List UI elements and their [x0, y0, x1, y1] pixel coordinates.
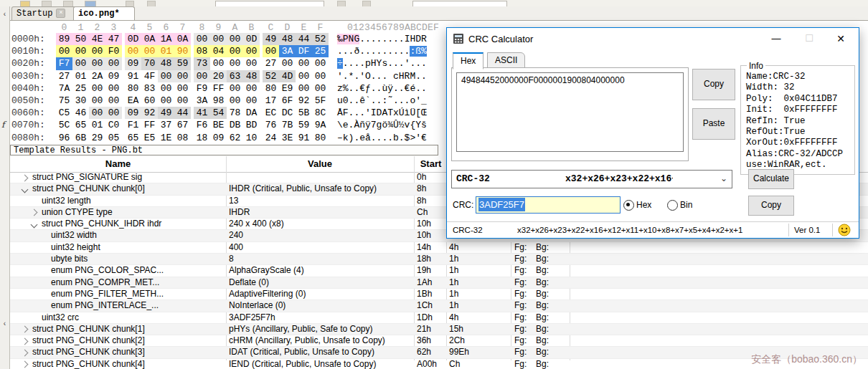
column-header-start[interactable]: Start — [414, 158, 448, 169]
hex-byte[interactable]: 7B — [279, 119, 296, 131]
column-header-name[interactable]: Name — [10, 158, 226, 169]
hex-byte[interactable]: 83 — [141, 82, 158, 95]
hex-byte[interactable]: 80 — [312, 132, 329, 144]
hex-byte[interactable]: 00 — [194, 70, 210, 82]
hex-byte[interactable]: DC — [279, 107, 296, 119]
hex-byte[interactable]: 63 — [227, 70, 243, 82]
hex-byte[interactable]: 00 — [279, 57, 296, 70]
hex-byte[interactable]: 27 — [56, 70, 72, 82]
hex-byte[interactable]: 0D — [125, 33, 141, 45]
hex-byte[interactable]: 7A — [56, 82, 72, 95]
hex-byte[interactable]: 67 — [174, 119, 191, 131]
hex-byte[interactable]: 00 — [227, 95, 243, 107]
hex-byte[interactable]: 92 — [296, 95, 312, 107]
template-row[interactable]: uint32 crc3ADF25F7h1Dh4hFg:Bg: — [10, 312, 868, 324]
hex-byte[interactable]: 00 — [227, 82, 243, 95]
hex-byte[interactable]: 00 — [105, 107, 122, 119]
template-row[interactable]: uint32 height40014h4hFg:Bg: — [10, 242, 868, 254]
template-row[interactable]: enum PNG_COMPR_MET...Deflate (0)1Ah1hFg:… — [10, 277, 868, 289]
hex-byte[interactable]: E5 — [141, 132, 158, 144]
hex-byte[interactable]: FF — [210, 82, 227, 95]
hex-byte[interactable]: 20 — [210, 70, 227, 82]
hex-byte[interactable]: 30 — [72, 95, 89, 107]
hex-byte[interactable]: 78 — [227, 107, 243, 119]
hex-chars[interactable]: ÷....pHYs...'... — [337, 57, 427, 70]
hex-byte[interactable]: 59 — [296, 119, 312, 131]
hex-byte[interactable]: 01 — [158, 45, 174, 57]
hex-byte[interactable]: 89 — [56, 33, 72, 45]
template-row[interactable]: enum PNG_INTERLACE_...NoInterlace (0)1Ch… — [10, 300, 868, 312]
hex-byte[interactable]: 00 — [243, 82, 260, 95]
hex-byte[interactable]: 00 — [105, 82, 122, 95]
template-row[interactable]: enum PNG_COLOR_SPAC...AlphaGrayScale (4)… — [10, 265, 868, 277]
expand-arrow-icon[interactable] — [22, 361, 29, 368]
hex-byte[interactable]: 18 — [194, 132, 210, 144]
calculate-button[interactable]: Calculate — [748, 169, 794, 189]
hex-byte[interactable]: 0A — [141, 33, 158, 45]
hex-byte[interactable]: 00 — [296, 57, 312, 70]
close-tab-icon[interactable]: × — [56, 9, 65, 18]
template-row[interactable]: enum PNG_FILTER_METH...AdaptiveFiltering… — [10, 289, 868, 300]
close-button[interactable]: ✕ — [829, 28, 853, 49]
hex-byte[interactable]: 00 — [296, 70, 312, 82]
hex-byte[interactable]: 73 — [194, 57, 210, 70]
hex-byte[interactable]: 4E — [89, 33, 105, 45]
collapse-panel-arrow-icon[interactable]: ‹ — [1, 9, 9, 19]
expand-arrow-icon[interactable] — [22, 337, 29, 345]
hex-byte[interactable]: 25 — [72, 82, 89, 95]
hex-byte[interactable]: 5F — [312, 95, 329, 107]
hex-byte[interactable]: 76 — [263, 119, 279, 131]
hex-byte[interactable]: 00 — [158, 95, 174, 107]
hex-byte[interactable]: 6B — [72, 132, 89, 144]
hex-byte[interactable]: DF — [296, 45, 312, 57]
hex-byte[interactable]: 00 — [174, 82, 191, 95]
hex-byte[interactable]: 80 — [125, 82, 141, 95]
hex-byte[interactable]: DB — [227, 119, 243, 131]
hex-byte[interactable]: 50 — [72, 33, 89, 45]
hex-byte[interactable]: 00 — [243, 57, 260, 70]
hex-byte[interactable]: 00 — [227, 57, 243, 70]
hex-byte[interactable]: 00 — [125, 45, 141, 57]
hex-byte[interactable]: 00 — [141, 45, 158, 57]
hex-byte[interactable]: 80 — [263, 82, 279, 95]
hex-byte[interactable]: 4F — [141, 70, 158, 82]
hex-byte[interactable]: 37 — [158, 119, 174, 131]
hex-byte[interactable]: 25 — [312, 45, 329, 57]
hex-byte[interactable]: 9A — [312, 119, 329, 131]
hex-byte[interactable]: 00 — [72, 45, 89, 57]
hex-byte[interactable]: 3A — [194, 95, 210, 107]
chevron-down-icon[interactable]: ⌄ — [720, 173, 727, 183]
hex-byte[interactable]: 8C — [312, 107, 329, 119]
hex-byte[interactable]: C0 — [105, 119, 122, 131]
copy-input-button[interactable]: Copy — [692, 69, 735, 100]
hex-chars[interactable]: ...ð.........:ß% — [337, 45, 427, 57]
hex-byte[interactable]: 01 — [72, 70, 89, 82]
tab-startup[interactable]: Startup× — [11, 6, 79, 20]
hex-byte[interactable]: DA — [243, 107, 260, 119]
hex-byte[interactable]: 10 — [243, 132, 260, 144]
hex-byte[interactable]: 70 — [141, 57, 158, 70]
hex-byte[interactable]: 92 — [141, 107, 158, 119]
hex-byte[interactable]: 00 — [210, 33, 227, 45]
hex-byte[interactable]: 47 — [105, 33, 122, 45]
crc-type-combobox[interactable]: CRC-32 x32+x26+x23+x22+x16+x12+x11+x10+x… — [451, 170, 732, 188]
hex-byte[interactable]: 00 — [89, 82, 105, 95]
hex-byte[interactable]: 09 — [125, 107, 141, 119]
hex-byte[interactable]: 00 — [243, 95, 260, 107]
tab-hex[interactable]: Hex — [453, 52, 483, 70]
hex-byte[interactable]: 49 — [263, 33, 279, 45]
hex-byte[interactable]: 96 — [56, 132, 72, 144]
collapse-arrow-icon[interactable] — [22, 186, 29, 193]
hex-byte[interactable]: E9 — [279, 82, 296, 95]
hex-byte[interactable]: 62 — [227, 132, 243, 144]
hex-byte[interactable]: F9 — [194, 82, 210, 95]
hex-byte[interactable]: 09 — [105, 70, 122, 82]
hex-byte[interactable]: 98 — [210, 95, 227, 107]
hex-byte[interactable]: 04 — [210, 45, 227, 57]
hex-byte[interactable]: 00 — [89, 107, 105, 119]
hex-byte[interactable]: 29 — [89, 132, 105, 144]
paste-input-button[interactable]: Paste — [692, 108, 735, 140]
hex-byte[interactable]: 54 — [210, 107, 227, 119]
hex-byte[interactable]: 27 — [263, 57, 279, 70]
hex-byte[interactable]: 08 — [194, 45, 210, 57]
